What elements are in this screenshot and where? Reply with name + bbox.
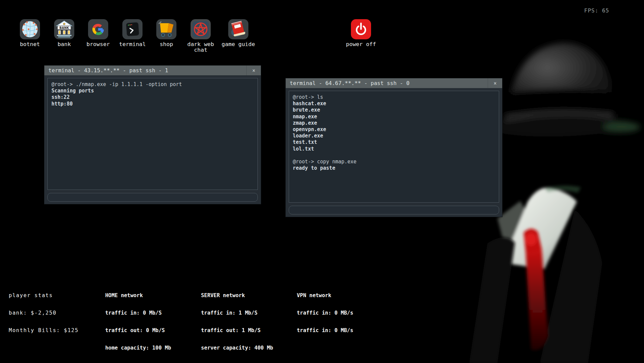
fps-counter: FPS: 65	[584, 7, 609, 14]
terminal-line: ssh:22	[51, 94, 254, 100]
stats-line: traffic in: 0 MB/s	[297, 310, 353, 316]
terminal-line: @root-> copy nmap.exe	[293, 159, 495, 165]
terminal-line: http:80	[51, 101, 254, 107]
shop-icon	[156, 19, 177, 40]
desktop-icon-browser[interactable]: browser	[80, 19, 117, 47]
stats-line: server capacity: 400 Mb	[201, 345, 283, 351]
browser-icon	[88, 19, 109, 40]
terminal-line: nmap.exe	[293, 114, 495, 120]
home-network-panel: HOME network traffic in: 0 Mb/S traffic …	[105, 281, 171, 363]
terminal-output: @root-> ./nmap.exe -ip 1.1.1.1 -option p…	[47, 78, 258, 190]
pentagram-icon	[190, 19, 211, 40]
book-icon	[228, 19, 249, 40]
stats-line: traffic in: 0 Mb/S	[105, 310, 171, 316]
terminal-output: @root-> ls hashcat.exe brute.exe nmap.ex…	[289, 91, 499, 203]
icon-label: dark web chat	[185, 41, 217, 53]
stats-title: SERVER network	[201, 293, 283, 298]
terminal-input[interactable]	[289, 206, 499, 214]
stats-line: home capacity: 100 Mb	[105, 345, 171, 351]
terminal-line: lol.txt	[293, 146, 495, 152]
desktop-icon-bank[interactable]: BANK bank	[46, 19, 83, 47]
icon-label: browser	[80, 41, 117, 47]
terminal-line: loader.exe	[293, 133, 495, 139]
stats-line: bank: $-2,250	[9, 310, 79, 316]
desktop-icon-power-off[interactable]: power off	[343, 19, 379, 47]
window-body: @root-> ./nmap.exe -ip 1.1.1.1 -option p…	[44, 75, 261, 204]
icon-label: terminal	[114, 41, 151, 47]
terminal-line: zmap.exe	[293, 120, 495, 126]
window-titlebar[interactable]: terminal - 43.15.**.** - past ssh - 1 ×	[44, 66, 261, 75]
window-title: terminal - 43.15.**.** - past ssh - 1	[48, 67, 168, 74]
desktop-icon-terminal[interactable]: terminal	[114, 19, 151, 47]
stats-line: traffic in: 0 MB/s	[297, 328, 353, 333]
stats-title: HOME network	[105, 293, 171, 298]
terminal-line: brute.exe	[293, 107, 495, 113]
terminal-window-2: terminal - 64.67.**.** - past ssh - 0 × …	[285, 78, 502, 217]
icon-label: botnet	[11, 41, 48, 47]
stats-title: player stats	[9, 293, 79, 298]
player-stats-panel: player stats bank: $-2,250 Monthly Bills…	[9, 281, 79, 345]
window-titlebar[interactable]: terminal - 64.67.**.** - past ssh - 0 ×	[286, 78, 502, 88]
terminal-line: @root-> ls	[293, 94, 495, 100]
stats-title: VPN network	[297, 293, 353, 298]
terminal-line: @root-> ./nmap.exe -ip 1.1.1.1 -option p…	[51, 81, 254, 88]
terminal-line: test.txt	[293, 139, 495, 146]
stats-line: traffic in: 1 Mb/S	[201, 310, 283, 316]
icon-label: bank	[46, 41, 83, 47]
terminal-window-1: terminal - 43.15.**.** - past ssh - 1 × …	[44, 65, 261, 204]
suit-and-tie	[469, 209, 602, 363]
terminal-line	[293, 152, 495, 159]
terminal-line: Scanning ports	[51, 88, 254, 94]
terminal-line: openvpn.exe	[293, 126, 495, 133]
desktop-icon-shop[interactable]: shop	[148, 19, 185, 47]
vpn-network-panel: VPN network traffic in: 0 MB/s traffic i…	[297, 281, 353, 345]
window-title: terminal - 64.67.**.** - past ssh - 0	[290, 80, 409, 86]
icon-label: shop	[148, 41, 185, 47]
desktop-icon-game-guide[interactable]: game guide	[220, 19, 257, 47]
stats-line: Monthly Bills: $125	[9, 328, 79, 333]
icon-label: power off	[343, 41, 379, 47]
window-body: @root-> ls hashcat.exe brute.exe nmap.ex…	[286, 88, 502, 217]
server-network-panel: SERVER network traffic in: 1 Mb/S traffi…	[201, 281, 283, 363]
terminal-line: ready to paste	[293, 165, 495, 171]
fedora-hat	[496, 43, 641, 137]
terminal-icon	[122, 19, 143, 40]
desktop-icon-botnet[interactable]: botnet	[11, 19, 48, 47]
terminal-input[interactable]	[47, 193, 258, 202]
power-icon	[351, 19, 371, 40]
icon-label: game guide	[220, 41, 257, 47]
shirt-collar	[497, 186, 581, 269]
close-icon[interactable]: ×	[246, 66, 261, 75]
terminal-line: hashcat.exe	[293, 100, 495, 107]
stats-line: traffic out: 1 Mb/S	[201, 328, 283, 333]
bank-icon: BANK	[54, 19, 75, 40]
bank-sign-text: BANK	[59, 26, 69, 30]
stats-line: traffic out: 0 Mb/S	[105, 328, 171, 333]
botnet-icon	[19, 19, 40, 40]
desktop-icon-dark-web-chat[interactable]: dark web chat	[185, 19, 217, 53]
close-icon[interactable]: ×	[488, 78, 502, 88]
desktop: FPS: 65 botnet BANK	[0, 0, 644, 363]
